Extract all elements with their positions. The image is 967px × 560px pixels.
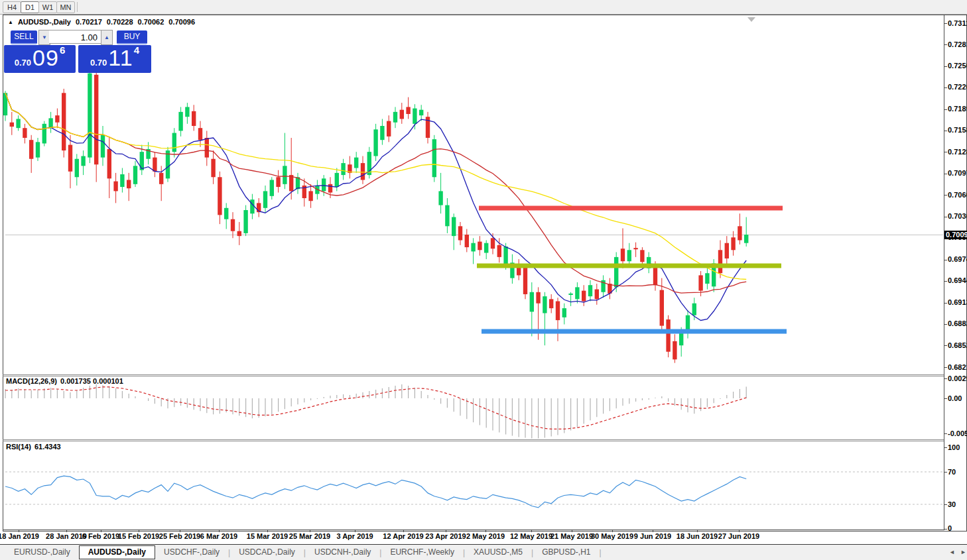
macd-panel-separator-2 <box>3 376 944 376</box>
rsi-axis-tick <box>944 504 947 505</box>
buy-price-point: 4 <box>134 44 139 56</box>
ohlc-open: 0.70217 <box>76 18 102 26</box>
price-axis-tick <box>944 367 947 368</box>
timeframe-toolbar: H4 D1 W1 MN <box>0 0 967 15</box>
macd-axis-label: -0.00525 <box>948 429 967 437</box>
sell-price-button[interactable]: 0.70096 <box>4 45 76 73</box>
price-axis-tick <box>944 109 947 110</box>
chart-symbol: AUDUSD-,Daily <box>18 18 71 26</box>
one-click-trading-panel: SELL ▼ 1.00 ▲ BUY 0.70096 0.70114 <box>4 29 151 73</box>
price-axis-tick <box>944 131 947 131</box>
date-axis-tick <box>403 530 404 532</box>
chart-tab-gbpusd[interactable]: GBPUSD-,H1 <box>533 545 599 559</box>
date-axis-tick <box>139 530 139 532</box>
price-axis-label: 0.71890 <box>948 105 967 113</box>
rsi-label: RSI(14)61.4343 <box>6 443 64 451</box>
current-price-tag: 0.70096 <box>944 231 967 239</box>
price-axis-label: 0.69745 <box>948 255 967 263</box>
date-axis-tick <box>531 530 532 532</box>
date-axis-label: 6 Mar 2019 <box>191 532 247 540</box>
date-axis-tick <box>697 530 698 532</box>
chart-tab-usdcnh[interactable]: USDCNH-,Daily <box>306 545 379 559</box>
mt4-window: H4 D1 W1 MN ▲AUDUSD-,Daily0.702170.70228… <box>0 0 967 560</box>
date-axis-tick <box>355 530 355 532</box>
date-axis-tick <box>267 530 268 532</box>
ohlc-high: 0.70228 <box>107 18 133 26</box>
tab-scroll-left-icon[interactable]: ◄ <box>949 547 955 557</box>
time-axis-line <box>3 530 944 530</box>
macd-label: MACD(12,26,9)0.001735 0.000101 <box>6 377 127 385</box>
price-axis-tick <box>944 195 947 196</box>
title-arrow-icon: ▲ <box>8 19 13 25</box>
price-axis-tick <box>944 87 947 88</box>
buy-button[interactable]: BUY <box>117 30 147 44</box>
date-axis-label: 3 Apr 2019 <box>327 532 383 540</box>
date-axis-tick <box>612 530 613 532</box>
timeframe-button-w1[interactable]: W1 <box>38 1 57 13</box>
price-axis-label: 0.72505 <box>948 62 967 70</box>
spin-down-icon: ▼ <box>42 34 47 40</box>
macd-name: MACD(12,26,9) <box>6 377 57 385</box>
rsi-axis-label: 30 <box>948 500 956 508</box>
price-axis-label: 0.69440 <box>948 276 967 284</box>
buy-price-button[interactable]: 0.70114 <box>78 45 151 73</box>
ohlc-close: 0.70096 <box>168 18 195 26</box>
price-axis-label: 0.71585 <box>948 126 967 134</box>
tab-scroll-right-icon[interactable]: ► <box>960 547 966 557</box>
chart-tab-xauusd[interactable]: XAUUSD-,M5 <box>465 545 531 559</box>
ohlc-low: 0.70062 <box>138 18 164 26</box>
macd-panel-separator[interactable] <box>3 374 944 375</box>
price-axis-border <box>944 15 944 530</box>
price-axis-tick <box>944 66 947 67</box>
toolbar-separator <box>77 2 78 12</box>
macd-values: 0.001735 0.000101 <box>60 377 123 385</box>
macd-axis-label: 0.002984 <box>948 374 967 382</box>
timeframe-button-mn[interactable]: MN <box>56 1 75 13</box>
spin-up-icon: ▲ <box>104 34 109 40</box>
date-axis-tick <box>446 530 446 532</box>
chart-tab-usdchf[interactable]: USDCHF-,Daily <box>155 545 228 559</box>
price-axis-tick <box>944 174 947 174</box>
tab-separator: | <box>600 548 602 557</box>
price-axis-tick <box>944 345 947 346</box>
chart-title: ▲AUDUSD-,Daily0.702170.702280.700620.700… <box>8 18 200 27</box>
volume-increase-button[interactable]: ▲ <box>101 30 113 45</box>
date-axis-tick <box>101 530 101 532</box>
chart-tab-bar: EURUSD-,DailyAUDUSD-,DailyUSDCHF-,Daily|… <box>0 545 967 560</box>
chart-plot-area[interactable] <box>0 0 967 560</box>
sell-price-pips: 09 <box>32 45 59 70</box>
chart-tab-audusd[interactable]: AUDUSD-,Daily <box>79 545 155 559</box>
rsi-panel-separator-2 <box>3 441 944 441</box>
price-axis-label: 0.72200 <box>948 83 967 91</box>
macd-axis-label: 0.00 <box>948 394 962 402</box>
sell-button[interactable]: SELL <box>11 30 37 44</box>
price-axis-label: 0.71280 <box>948 148 967 156</box>
volume-input[interactable]: 1.00 <box>49 30 101 44</box>
price-axis-tick <box>944 303 947 304</box>
date-axis-tick <box>310 530 310 532</box>
rsi-name: RSI(14) <box>6 443 31 451</box>
rsi-panel-separator[interactable] <box>3 439 944 440</box>
hline-resistance <box>479 206 783 211</box>
macd-axis-tick <box>944 398 947 399</box>
price-axis-tick <box>944 281 947 282</box>
chart-tab-usdcad[interactable]: USDCAD-,Daily <box>230 545 304 559</box>
price-axis-tick <box>944 217 947 217</box>
price-axis-label: 0.72810 <box>948 40 967 48</box>
rsi-axis-tick <box>944 529 947 530</box>
timeframe-button-h4[interactable]: H4 <box>3 1 21 13</box>
date-axis-tick <box>572 530 572 532</box>
price-axis-label: 0.73115 <box>948 19 967 27</box>
price-axis-label: 0.70360 <box>948 212 967 220</box>
buy-price-pips: 11 <box>108 45 133 70</box>
timeframe-button-d1[interactable]: D1 <box>21 1 39 13</box>
price-axis-label: 0.68210 <box>948 363 967 371</box>
chart-tab-eurusd[interactable]: EURUSD-,Daily <box>5 545 79 559</box>
rsi-value: 61.4343 <box>34 443 61 451</box>
price-axis-label: 0.69130 <box>948 298 967 306</box>
macd-axis-tick <box>944 433 947 434</box>
price-axis-label: 0.70665 <box>948 191 967 199</box>
rsi-axis-label: 0 <box>948 524 952 532</box>
chart-tab-eurchf[interactable]: EURCHF-,Weekly <box>381 545 462 559</box>
price-axis-label: 0.70970 <box>948 169 967 177</box>
